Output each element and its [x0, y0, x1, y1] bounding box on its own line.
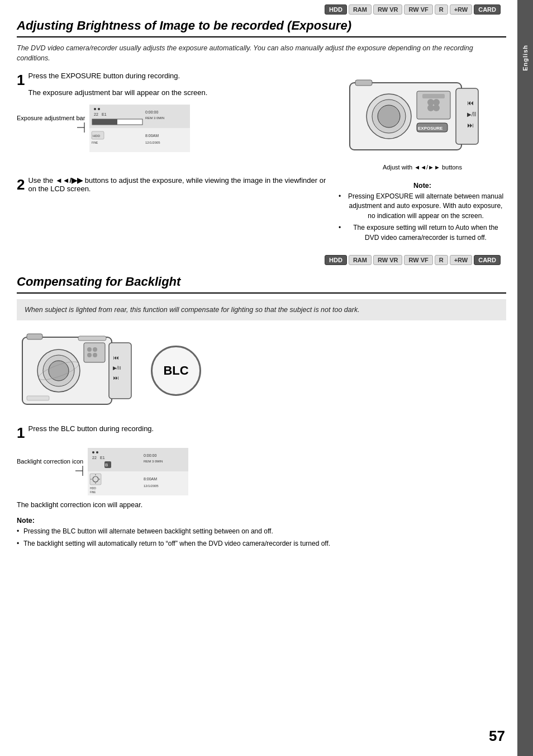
svg-text:12/1/2005: 12/1/2005	[145, 141, 160, 144]
section1-note-item-2: The exposure setting will return to Auto…	[339, 223, 506, 243]
svg-rect-46	[27, 334, 42, 339]
svg-text:0:00:00: 0:00:00	[144, 453, 156, 457]
backlight-screen-diagram: 22 E1 B 0:00:00 REM 3 0MIN HDD FINE	[88, 448, 188, 495]
tag-hdd-mid: HDD	[325, 255, 347, 265]
tag-hdd-top: HDD	[325, 4, 347, 15]
section2-note-list: Pressing the BLC button will alternate b…	[17, 527, 506, 549]
section2-note-item-2: The backlight setting will automatically…	[17, 539, 506, 549]
step1-number: 1	[17, 73, 25, 87]
section1-note-list: Pressing EXPOSURE will alternate between…	[339, 192, 506, 243]
svg-text:FINE: FINE	[92, 141, 98, 144]
section2: Compensating for Backlight When subject …	[17, 274, 506, 549]
section2-intro-bg: When subject is lighted from rear, this …	[17, 299, 506, 321]
step2-content: Use the ◄◄/▶▶ buttons to adjust the expo…	[28, 176, 327, 193]
svg-rect-55	[88, 448, 188, 471]
svg-text:22: 22	[92, 456, 97, 460]
svg-text:0:00:00: 0:00:00	[145, 110, 158, 114]
section1-step1-block: 1 Press the EXPOSURE button during recor…	[17, 72, 327, 97]
tag-rwvf-mid: RW VF	[404, 255, 432, 265]
svg-point-5	[98, 108, 100, 110]
tag-ram-top: RAM	[349, 4, 372, 15]
tag-ram-mid: RAM	[349, 255, 372, 265]
tag-rwvf-top: RW VF	[404, 4, 432, 15]
tag-card-mid: CARD	[474, 255, 501, 265]
svg-text:FINE: FINE	[90, 491, 96, 494]
tag-rwvr-top: RW VR	[373, 4, 402, 15]
backlight-diagram-area: Backlight correction icon 22 E1 B	[17, 448, 506, 495]
svg-text:8:00AM: 8:00AM	[145, 134, 159, 138]
top-tag-bar: HDD RAM RW VR RW VF R +RW CARD	[17, 0, 506, 18]
sidebar: English	[517, 0, 533, 756]
svg-point-57	[96, 451, 98, 453]
step1-text: Press the EXPOSURE button during recordi…	[28, 72, 327, 80]
section2-note: Note Pressing the BLC button will altern…	[17, 517, 506, 549]
svg-rect-40	[84, 343, 105, 362]
exposure-screen-diagram: 22 E1 0:00:00 REM 3 0MIN HDD FINE 8:00AM	[89, 105, 190, 152]
section1-step2-block: 2 Use the ◄◄/▶▶ buttons to adjust the ex…	[17, 176, 327, 193]
svg-text:HDD: HDD	[93, 134, 101, 138]
svg-text:⏭: ⏭	[467, 121, 474, 129]
section2-step1-content: Press the BLC button during recording.	[28, 424, 506, 433]
svg-text:22: 22	[94, 112, 98, 116]
svg-rect-24	[422, 94, 445, 98]
exposure-bar-label: Exposure adjustment bar	[17, 115, 85, 121]
svg-text:EXPOSURE: EXPOSURE	[418, 126, 443, 131]
svg-text:E1: E1	[100, 456, 105, 460]
section1-step2-left: 2 Use the ◄◄/▶▶ buttons to adjust the ex…	[17, 176, 327, 245]
svg-point-4	[94, 108, 96, 110]
svg-text:12/1/2005: 12/1/2005	[144, 484, 159, 488]
svg-rect-34	[355, 80, 372, 86]
svg-rect-39	[109, 343, 131, 399]
svg-rect-9	[92, 119, 117, 125]
blc-label: BLC	[163, 363, 188, 378]
sidebar-language-label: English	[522, 45, 529, 71]
page-number: 57	[489, 727, 505, 745]
blc-diagram-area: ⏮ ▶/II ⏭ BLC	[17, 326, 506, 415]
camera-diagram-exposure: EXPOSURE ⏮ ▶/II ⏭	[344, 72, 501, 161]
svg-text:REM 3 0MIN: REM 3 0MIN	[144, 460, 163, 463]
section2-note-title: Note	[17, 517, 506, 525]
section2-note-item-1: Pressing the BLC button will alternate b…	[17, 527, 506, 536]
svg-point-41	[87, 347, 92, 352]
section2-step1-block: 1 Press the BLC button during recording.	[17, 424, 506, 440]
svg-text:⏭: ⏭	[113, 375, 119, 381]
tag-plusrw-top: +RW	[450, 4, 473, 15]
tag-plusrw-mid: +RW	[450, 255, 473, 265]
svg-text:⏮: ⏮	[113, 355, 119, 361]
section1-step1-right: EXPOSURE ⏮ ▶/II ⏭ Adjust with ◄◄/►► butt…	[339, 72, 506, 171]
section2-step1-number: 1	[17, 426, 25, 440]
blc-button-diagram: BLC	[151, 346, 201, 396]
section1-step2-row: 2 Use the ◄◄/▶▶ buttons to adjust the ex…	[17, 176, 506, 245]
svg-text:B: B	[105, 462, 108, 467]
section1-step1-row: 1 Press the EXPOSURE button during recor…	[17, 72, 506, 171]
svg-point-56	[92, 451, 94, 453]
svg-text:REM 3 0MIN: REM 3 0MIN	[145, 116, 164, 120]
step2-text: Use the ◄◄/▶▶ buttons to adjust the expo…	[28, 176, 327, 193]
svg-text:▶/II: ▶/II	[113, 365, 121, 371]
section1-step1-left: 1 Press the EXPOSURE button during recor…	[17, 72, 327, 171]
section2-title: Compensating for Backlight	[17, 274, 506, 294]
section1-note-title: Note	[339, 182, 506, 190]
svg-text:▶/II: ▶/II	[467, 111, 476, 117]
tag-rwvr-mid: RW VR	[373, 255, 402, 265]
tag-card-top: CARD	[474, 4, 501, 15]
mid-tag-bar: HDD RAM RW VR RW VF R +RW CARD	[17, 251, 506, 268]
svg-rect-50	[27, 396, 49, 400]
main-content: HDD RAM RW VR RW VF R +RW CARD Adjusting…	[0, 0, 517, 562]
svg-point-42	[93, 347, 97, 352]
svg-point-21	[378, 105, 400, 127]
svg-rect-64	[88, 471, 188, 495]
svg-rect-12	[89, 128, 190, 152]
step1-subtext: The exposure adjustment bar will appear …	[28, 88, 327, 97]
section2-intro: When subject is lighted from rear, this …	[25, 305, 498, 315]
section1-step2-right: Note Pressing EXPOSURE will alternate be…	[339, 176, 506, 245]
svg-text:HDD: HDD	[90, 486, 96, 490]
tag-r-top: R	[435, 4, 448, 15]
step1-content: Press the EXPOSURE button during recordi…	[28, 72, 327, 97]
svg-point-43	[87, 353, 92, 357]
exposure-bar-area: Exposure adjustment bar 22 E	[17, 105, 327, 152]
svg-point-38	[49, 361, 69, 381]
backlight-correction-label: Backlight correction icon	[17, 458, 83, 465]
backlight-appear-text: The backlight correction icon will appea…	[17, 501, 506, 509]
section2-step1-text: Press the BLC button during recording.	[28, 424, 506, 433]
